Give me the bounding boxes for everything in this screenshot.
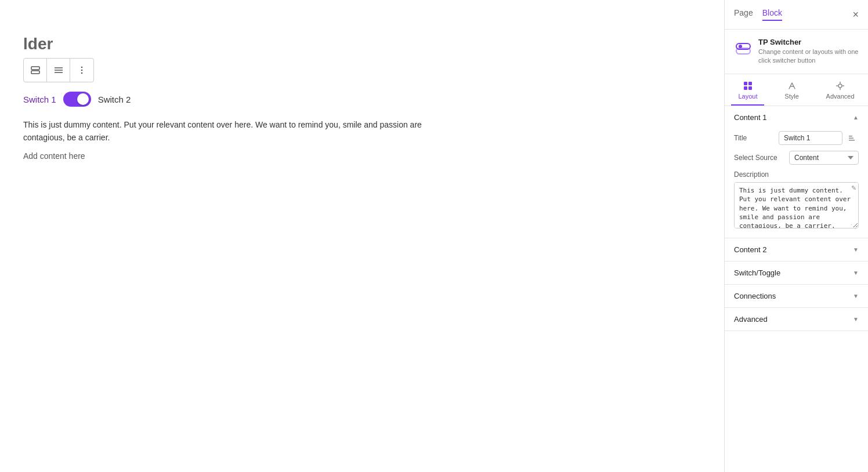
panel-header: Page Block × [725,0,868,30]
chevron-down-icon-con: ▼ [853,293,859,299]
right-panel: Page Block × TP Switcher Change content … [724,0,868,472]
section-content1-header[interactable]: Content 1 ▲ [725,106,868,129]
title-edit-icon[interactable] [845,131,859,145]
svg-point-7 [81,72,83,74]
block-toolbar [23,58,94,82]
tp-switcher-icon [734,38,753,56]
svg-rect-0 [31,67,39,70]
title-input-wrapper [779,131,859,145]
block-name: TP Switcher [758,38,859,46]
desc-textarea-wrapper: This is just dummy content. Put you rele… [734,182,859,231]
title-input[interactable] [779,131,842,145]
source-field-label: Select Source [734,154,777,162]
section-switch-toggle: Switch/Toggle ▼ [725,262,868,285]
section-connections-header[interactable]: Connections ▼ [725,285,868,307]
svg-point-5 [81,67,83,68]
section-connections: Connections ▼ [725,285,868,308]
svg-rect-14 [748,86,752,90]
sub-tab-style[interactable]: Style [777,79,805,106]
section-switch-toggle-title: Switch/Toggle [734,268,780,277]
partial-title: lder [23,35,701,53]
more-dots-icon [77,65,87,75]
svg-rect-13 [744,86,747,90]
desc-edit-icon[interactable]: ✎ [851,184,856,192]
svg-point-6 [81,70,83,71]
toggle-switch[interactable] [63,92,91,107]
sub-tab-layout[interactable]: Layout [731,79,764,106]
block-description: Change content or layouts with one click… [758,48,859,66]
add-content-link[interactable]: Add content here [23,151,701,161]
layout-sub-icon [743,81,753,90]
panel-tabs: Page Block [734,8,782,21]
section-content1-title: Content 1 [734,113,766,122]
source-dropdown[interactable]: Content Template Custom [789,151,859,165]
section-content2-title: Content 2 [734,245,766,254]
sub-tabs: Layout Style Advanced [725,74,868,106]
title-field-row: Title [734,131,859,145]
section-advanced-header[interactable]: Advanced ▼ [725,308,868,331]
desc-label: Description [734,170,859,179]
block-info: TP Switcher Change content or layouts wi… [725,30,868,74]
content-text: This is just dummy content. Put your rel… [23,118,429,144]
list-icon-btn[interactable] [47,59,70,82]
svg-point-16 [838,84,842,88]
switch1-label: Switch 1 [23,95,56,104]
more-icon-btn[interactable] [70,59,93,82]
block-info-text: TP Switcher Change content or layouts wi… [758,38,859,66]
section-content1-body: Title Select Source Content [725,129,868,238]
chevron-down-icon-c2: ▼ [853,246,859,253]
layout-icon-btn[interactable] [24,59,47,82]
section-advanced-title: Advanced [734,315,768,324]
svg-point-10 [739,45,742,48]
toggle-thumb [77,93,89,105]
chevron-up-icon: ▲ [853,114,859,121]
svg-rect-11 [744,82,747,85]
close-button[interactable]: × [852,9,859,21]
section-content2: Content 2 ▼ [725,238,868,262]
sub-tab-advanced[interactable]: Advanced [819,79,862,106]
section-content1: Content 1 ▲ Title [725,106,868,238]
toggle-track[interactable] [63,92,91,107]
canvas-area: lder Switch 1 [0,0,724,472]
section-switch-toggle-header[interactable]: Switch/Toggle ▼ [725,262,868,284]
chevron-down-icon-st: ▼ [853,270,859,276]
section-advanced: Advanced ▼ [725,308,868,331]
resize-handle: ⋱ [851,223,856,230]
tab-block[interactable]: Block [762,8,782,21]
svg-rect-23 [849,137,853,139]
style-sub-icon [787,81,797,90]
list-icon [53,65,64,75]
svg-rect-1 [31,71,39,74]
desc-textarea[interactable]: This is just dummy content. Put you rele… [734,182,859,228]
svg-rect-21 [849,140,855,141]
advanced-sub-icon [836,81,845,90]
chevron-down-icon-adv: ▼ [853,316,859,322]
section-content2-header[interactable]: Content 2 ▼ [725,238,868,261]
svg-rect-22 [849,136,852,137]
svg-rect-12 [748,82,752,85]
title-field-label: Title [734,134,747,142]
switch2-label: Switch 2 [98,95,131,104]
layout-icon [30,65,41,75]
switch-container: Switch 1 Switch 2 [23,92,701,107]
tab-page[interactable]: Page [734,8,753,21]
source-field-row: Select Source Content Template Custom [734,151,859,165]
section-connections-title: Connections [734,292,776,300]
